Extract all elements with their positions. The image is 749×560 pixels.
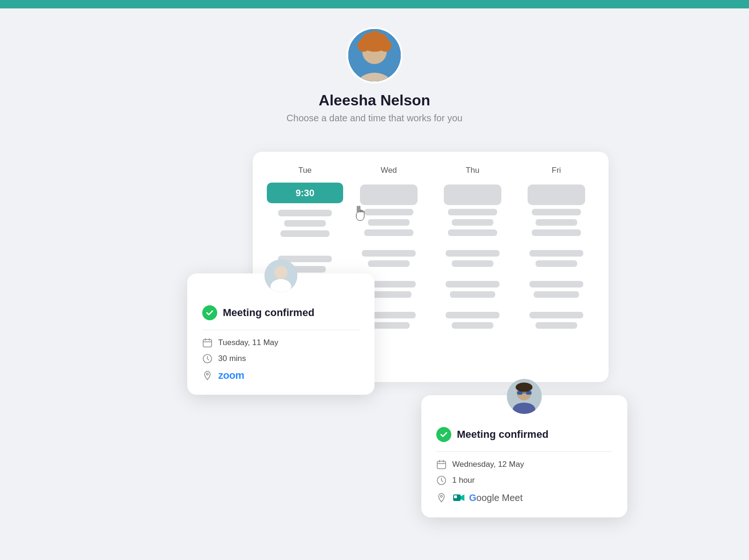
- ph: [364, 209, 414, 215]
- ph: [444, 184, 501, 205]
- card-avatar-left: [264, 259, 297, 292]
- duration-row-right: 1 hour: [436, 475, 612, 486]
- svg-rect-36: [454, 495, 457, 498]
- duration-text-left: 30 mins: [218, 354, 246, 363]
- date-row-left: Tuesday, 11 May: [202, 338, 360, 348]
- ph: [452, 260, 494, 267]
- ph: [450, 291, 496, 298]
- ph: [368, 219, 410, 226]
- check-icon-left: [202, 305, 217, 320]
- ph: [448, 209, 498, 215]
- ph: [452, 219, 494, 226]
- ph: [280, 230, 330, 237]
- card-details-right: Wednesday, 12 May 1 hour: [436, 459, 612, 504]
- clock-icon-left: [202, 354, 213, 364]
- calendar-icon-left: [202, 338, 213, 348]
- ph: [536, 322, 578, 329]
- scene: Meeting confirmed Tuesday, 11 May: [94, 152, 655, 382]
- confirmation-card-right: Meeting confirmed Wednesday, 12 May: [421, 395, 627, 517]
- ph: [529, 312, 583, 318]
- ph: [446, 250, 499, 257]
- ph: [529, 250, 583, 257]
- date-text-left: Tuesday, 11 May: [218, 338, 279, 347]
- ph: [448, 229, 498, 236]
- day-header-tue: Tue: [298, 166, 312, 175]
- ph: [362, 250, 415, 257]
- google-g: G: [469, 493, 477, 503]
- ph: [368, 260, 410, 267]
- host-subtitle: Choose a date and time that works for yo…: [286, 113, 463, 124]
- day-col-fri: Fri: [518, 166, 595, 368]
- host-name: Aleesha Nelson: [319, 92, 430, 109]
- card-header-right: Meeting confirmed: [436, 427, 612, 442]
- card-details-left: Tuesday, 11 May 30 mins zoom: [202, 338, 360, 382]
- ph: [529, 281, 583, 287]
- ph: [446, 312, 499, 318]
- svg-point-9: [368, 31, 381, 43]
- ph: [536, 260, 578, 267]
- date-text-right: Wednesday, 12 May: [452, 460, 524, 469]
- thu-placeholders: [434, 184, 511, 329]
- ph: [532, 209, 581, 215]
- svg-point-25: [516, 383, 533, 392]
- day-col-thu: Thu: [434, 166, 511, 368]
- card-avatar-right: [507, 379, 542, 414]
- check-icon-right: [436, 427, 451, 442]
- duration-text-right: 1 hour: [452, 476, 475, 485]
- google-oogle: oogle: [477, 493, 499, 503]
- calendar-icon-right: [436, 459, 447, 470]
- card-title-left: Meeting confirmed: [223, 307, 315, 319]
- card-header-left: Meeting confirmed: [202, 305, 360, 320]
- ph: [278, 210, 331, 216]
- clock-icon-right: [436, 475, 447, 486]
- gmeet-icon-svg: [452, 491, 465, 504]
- ph: [534, 291, 580, 298]
- svg-point-19: [206, 373, 208, 375]
- google-meet-text: Google Meet: [469, 493, 523, 503]
- meet-text: Meet: [499, 493, 523, 503]
- ph: [360, 184, 417, 205]
- main-container: Aleesha Nelson Choose a date and time th…: [0, 8, 749, 560]
- location-icon-right: [436, 493, 447, 503]
- svg-point-11: [274, 266, 287, 279]
- day-header-thu: Thu: [466, 166, 479, 175]
- day-header-wed: Wed: [381, 166, 397, 175]
- svg-rect-28: [437, 461, 446, 469]
- ph: [284, 220, 326, 227]
- divider-left: [202, 330, 360, 330]
- header: Aleesha Nelson Choose a date and time th…: [286, 27, 463, 124]
- timeslot-label-tue-930: 9:30: [295, 188, 314, 199]
- location-row-left: zoom: [202, 369, 360, 382]
- host-avatar: [346, 27, 403, 83]
- card-title-right: Meeting confirmed: [457, 428, 549, 441]
- svg-rect-14: [203, 339, 212, 347]
- ph: [364, 229, 414, 236]
- location-icon-left: [202, 370, 213, 381]
- ph: [532, 229, 581, 236]
- day-header-fri: Fri: [552, 166, 561, 175]
- zoom-logo: zoom: [218, 369, 244, 382]
- ph: [528, 184, 585, 205]
- fri-placeholders: [518, 184, 595, 329]
- svg-point-33: [441, 495, 442, 497]
- top-bar: [0, 0, 749, 8]
- google-meet-logo: Google Meet: [452, 491, 523, 504]
- location-row-right: Google Meet: [436, 491, 612, 504]
- ph: [452, 322, 494, 329]
- date-row-right: Wednesday, 12 May: [436, 459, 612, 470]
- timeslot-tue-930[interactable]: 9:30: [267, 183, 343, 203]
- duration-row-left: 30 mins: [202, 354, 360, 364]
- ph: [446, 281, 499, 287]
- svg-marker-35: [461, 494, 464, 501]
- divider-right: [436, 451, 612, 452]
- confirmation-card-left: Meeting confirmed Tuesday, 11 May: [187, 273, 374, 395]
- ph: [536, 219, 578, 226]
